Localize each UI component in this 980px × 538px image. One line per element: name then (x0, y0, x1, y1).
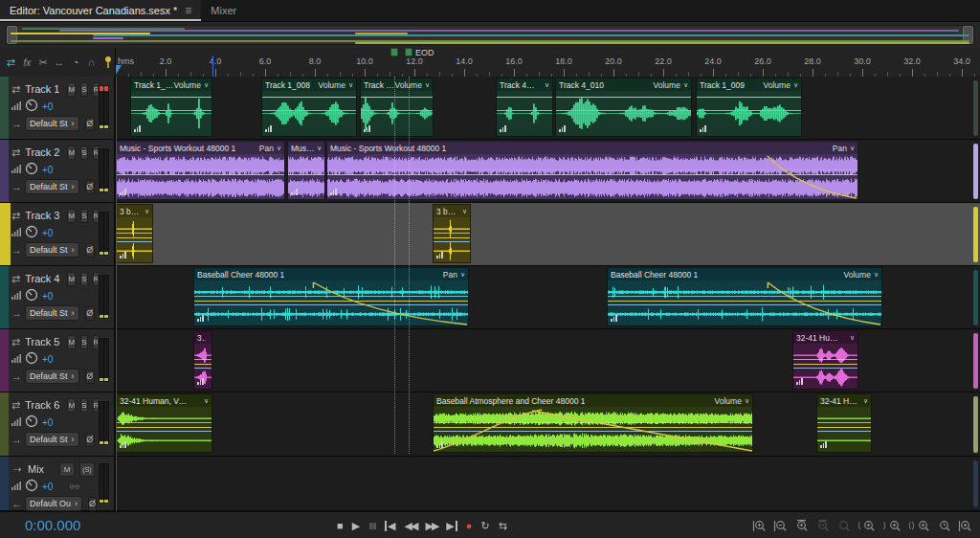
clip-automation-selector[interactable]: ∨ (462, 208, 467, 215)
solo-button[interactable]: S (80, 272, 87, 286)
clip-gain-icon[interactable] (265, 125, 275, 132)
volume-envelope-line[interactable] (434, 427, 752, 428)
pan-envelope-line[interactable] (608, 304, 881, 305)
clip-automation-selector[interactable]: Pan∨ (443, 270, 465, 280)
skip-selection-button[interactable]: ⇆ (499, 521, 507, 531)
mute-button[interactable]: M (67, 335, 76, 349)
audio-clip[interactable]: Track 1_009Volume∨ (696, 78, 802, 137)
audio-clip[interactable]: Baseball Cheer 48000 1Volume∨ (607, 267, 882, 326)
clip-gain-icon[interactable] (559, 125, 568, 132)
pan-envelope-line[interactable] (288, 169, 324, 170)
pan-envelope-line[interactable] (262, 110, 356, 111)
clip-header[interactable]: 32-... (194, 331, 212, 344)
volume-envelope-line[interactable] (608, 301, 881, 302)
mute-button[interactable]: M (67, 398, 76, 413)
timeline-marker-icon[interactable] (405, 48, 412, 56)
move-to-previous-button[interactable]: ◀ (385, 521, 395, 531)
stop-button[interactable]: ■ (337, 521, 344, 531)
routing-dropdown[interactable]: Default Ou› (25, 496, 82, 511)
clip-gain-icon[interactable] (436, 252, 446, 258)
audio-clip[interactable]: Baseball Atmosphere and Cheer 48000 1Vol… (433, 393, 753, 453)
clip-gain-icon[interactable] (611, 315, 620, 322)
track-gain-value[interactable]: +0 (42, 482, 53, 492)
clip-automation-selector[interactable]: Volume∨ (319, 80, 353, 90)
zoom-out-amplitude-button[interactable] (815, 519, 830, 533)
clip-header[interactable]: Music - Sports Workout 48000 1Pan∨ (117, 142, 284, 154)
mute-button[interactable]: M (67, 272, 76, 286)
channel-divider-line[interactable] (117, 174, 284, 175)
tab-mixer[interactable]: Mixer (201, 0, 246, 21)
slip-tool-icon[interactable]: ↔ (53, 54, 67, 71)
audio-clip[interactable]: 32-41 Human_...∨ (792, 330, 858, 390)
volume-envelope-line[interactable] (817, 427, 871, 428)
phase-invert-button[interactable]: Ø (85, 180, 95, 194)
scroll-rail-track-segment[interactable] (973, 144, 978, 199)
routing-dropdown[interactable]: Default St› (25, 242, 79, 258)
timeline-ruler[interactable]: hms 2.04.06.08.010.012.014.016.018.020.0… (116, 48, 980, 77)
pause-button[interactable]: ▮▮ (368, 522, 376, 530)
zoom-navigator[interactable] (0, 22, 980, 49)
razor-tool-icon[interactable]: ✂ (36, 54, 51, 71)
track-name[interactable]: Track 2 (25, 146, 59, 158)
solo-button[interactable]: S (80, 146, 87, 160)
track-name[interactable]: Track 6 (25, 399, 59, 411)
clip-gain-icon[interactable] (197, 378, 207, 385)
scroll-rail-track-segment[interactable] (973, 207, 978, 262)
track-lane[interactable]: Track 1_008Volume∨Track 1_008Volume∨Trac… (116, 77, 980, 139)
clip-automation-selector[interactable]: ∨ (863, 397, 868, 405)
channel-divider-line[interactable] (817, 422, 871, 423)
rewind-button[interactable]: ◀◀ (405, 521, 417, 531)
audio-clip[interactable]: 32-41 Human, Vocal Voice_...∨ (116, 393, 212, 453)
channel-divider-line[interactable] (327, 174, 858, 175)
pan-envelope-line[interactable] (361, 110, 433, 111)
volume-knob-icon[interactable] (25, 415, 38, 430)
clip-header[interactable]: 32-41 Human, Vocal Voice_...∨ (117, 394, 212, 407)
volume-envelope-line[interactable] (697, 97, 801, 98)
solo-button[interactable]: (S) (79, 462, 95, 477)
volume-envelope-line[interactable] (131, 97, 212, 98)
clip-automation-selector[interactable]: Volume∨ (764, 80, 798, 90)
pan-envelope-line[interactable] (697, 110, 801, 111)
channel-divider-line[interactable] (117, 422, 212, 423)
track-color-strip[interactable] (0, 266, 9, 328)
volume-envelope-line[interactable] (117, 237, 152, 238)
clip-header[interactable]: Music - Sports Workout 48000 1∨ (288, 142, 324, 154)
volume-envelope-line[interactable] (793, 364, 858, 365)
track-lane[interactable]: 3 bas...∨3 bas...∨ (116, 203, 980, 265)
clip-automation-selector[interactable]: Volume∨ (654, 80, 688, 90)
playhead-handle-icon[interactable] (116, 65, 122, 75)
track-gain-value[interactable]: +0 (42, 101, 53, 112)
audio-clip[interactable]: 3 bas...∨ (116, 204, 153, 263)
clip-header[interactable]: Track 1_008Volume∨ (262, 78, 356, 91)
pan-envelope-line[interactable] (117, 169, 284, 170)
audio-clip[interactable]: Track 1_008Volume∨ (360, 78, 434, 137)
volume-envelope-line[interactable] (262, 97, 356, 98)
pan-envelope-line[interactable] (556, 110, 691, 111)
routing-dropdown[interactable]: Default St› (25, 305, 79, 321)
volume-envelope-line[interactable] (556, 97, 691, 98)
zoom-in-amplitude-button[interactable] (794, 519, 809, 533)
clip-header[interactable]: 32-41 Hum...∨ (817, 394, 871, 407)
audio-clip[interactable]: Track 4_010Volume∨ (555, 78, 692, 137)
routing-dropdown[interactable]: Default St› (25, 116, 79, 131)
clip-gain-icon[interactable] (120, 189, 129, 195)
mute-button[interactable]: M (59, 462, 75, 477)
volume-envelope-line[interactable] (361, 97, 433, 98)
audio-clip[interactable]: 3 bas...∨ (433, 204, 471, 263)
track-color-strip[interactable] (0, 77, 9, 139)
zoom-reset-button[interactable] (836, 519, 851, 533)
clip-gain-icon[interactable] (700, 125, 709, 132)
clip-header[interactable]: 3 bas...∨ (117, 205, 152, 217)
scroll-rail-track-segment[interactable] (973, 333, 978, 389)
track-color-strip[interactable] (0, 203, 11, 265)
clip-automation-selector[interactable]: Volume∨ (395, 80, 430, 90)
panel-menu-icon[interactable]: ≡ (185, 4, 191, 17)
mute-button[interactable]: M (67, 82, 76, 97)
channel-divider-line[interactable] (194, 359, 212, 360)
track-color-strip[interactable] (0, 457, 9, 510)
loop-icon[interactable]: ∩ (84, 54, 99, 71)
track-name[interactable]: Track 1 (25, 83, 59, 95)
phase-invert-button[interactable]: Ø (85, 243, 95, 258)
clip-header[interactable]: 3 bas...∨ (434, 205, 470, 217)
pan-envelope-line[interactable] (194, 304, 468, 305)
